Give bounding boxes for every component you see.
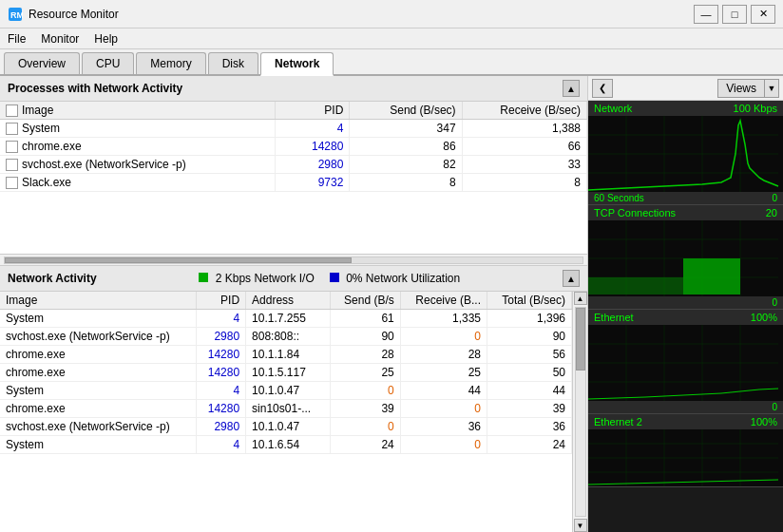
- tcp-chart-svg: [588, 220, 783, 296]
- processes-collapse-btn[interactable]: ▲: [563, 80, 580, 97]
- na-send: 25: [331, 364, 400, 382]
- col-send[interactable]: Send (B/sec): [350, 102, 462, 120]
- process-receive: 66: [462, 138, 586, 156]
- na-address: 10.1.0.47: [246, 418, 331, 436]
- na-send: 28: [331, 346, 400, 364]
- scroll-down-btn[interactable]: ▼: [574, 519, 587, 532]
- h-scroll-thumb[interactable]: [5, 257, 352, 263]
- processes-hscrollbar[interactable]: [0, 254, 587, 265]
- na-total: 44: [487, 382, 572, 400]
- tcp-chart-canvas: [588, 220, 783, 296]
- network-activity-table: Image PID Address Send (B/s Receive (B..…: [0, 292, 572, 454]
- v-scroll-track[interactable]: [575, 307, 586, 517]
- h-scroll-track[interactable]: [4, 256, 583, 264]
- network-activity-collapse-btn[interactable]: ▲: [563, 270, 580, 287]
- na-address: 10.1.1.84: [246, 346, 331, 364]
- na-receive: 36: [400, 418, 487, 436]
- ethernet2-chart-canvas: [588, 429, 783, 486]
- col-receive[interactable]: Receive (B/sec): [462, 102, 586, 120]
- row-checkbox[interactable]: [6, 123, 18, 135]
- na-image: svchost.exe (NetworkService -p): [0, 418, 197, 436]
- tab-network[interactable]: Network: [260, 52, 334, 76]
- na-col-image[interactable]: Image: [0, 292, 197, 310]
- tcp-chart-footer: 0: [588, 296, 783, 309]
- na-pid: 2980: [197, 418, 246, 436]
- tcp-chart-block: TCP Connections 20: [588, 205, 783, 310]
- network-chart-footer-left: 60 Seconds: [594, 193, 644, 203]
- na-pid: 4: [197, 436, 246, 454]
- na-receive: 0: [400, 436, 487, 454]
- na-receive: 0: [400, 328, 487, 346]
- na-send: 0: [331, 418, 400, 436]
- tab-cpu[interactable]: CPU: [82, 52, 134, 74]
- na-total: 56: [487, 346, 572, 364]
- processes-table: Image PID Send (B/sec) Receive (B/sec) S…: [0, 102, 587, 192]
- views-dropdown-btn[interactable]: ▼: [764, 79, 779, 98]
- na-receive: 44: [400, 382, 487, 400]
- tab-memory[interactable]: Memory: [136, 52, 205, 74]
- ethernet2-chart-svg: [588, 429, 783, 486]
- right-panel: ❮ Views ▼ Network 100 Kbps: [588, 76, 783, 532]
- na-total: 50: [487, 364, 572, 382]
- process-receive: 33: [462, 156, 586, 174]
- minimize-button[interactable]: —: [694, 5, 718, 24]
- process-pid: 4: [275, 120, 350, 138]
- col-pid[interactable]: PID: [275, 102, 350, 120]
- process-send: 347: [350, 120, 462, 138]
- na-total: 24: [487, 436, 572, 454]
- list-item: System 4 10.1.6.54 24 0 24: [0, 436, 572, 454]
- na-pid: 14280: [197, 346, 246, 364]
- list-item: chrome.exe 14280 sin10s01-... 39 0 39: [0, 400, 572, 418]
- close-button[interactable]: ✕: [751, 5, 775, 24]
- activity-indicators: 2 Kbps Network I/O 0% Network Utilizatio…: [199, 272, 460, 285]
- network-chart-titlebar: Network 100 Kbps: [588, 101, 783, 116]
- tab-overview[interactable]: Overview: [4, 52, 80, 74]
- na-send: 39: [331, 400, 400, 418]
- tcp-chart-footer-right: 0: [772, 297, 777, 308]
- tcp-chart-title: TCP Connections: [594, 207, 676, 218]
- title-bar-left: RM Resource Monitor: [8, 7, 119, 22]
- tab-disk[interactable]: Disk: [208, 52, 258, 74]
- network-activity-vscrollbar[interactable]: ▲ ▼: [572, 292, 587, 532]
- processes-title: Processes with Network Activity: [8, 82, 182, 95]
- indicator2-label: 0% Network Utilization: [346, 272, 460, 285]
- indicator1-label: 2 Kbps Network I/O: [216, 272, 315, 285]
- scroll-up-btn[interactable]: ▲: [574, 292, 587, 305]
- na-image: chrome.exe: [0, 346, 197, 364]
- processes-table-container[interactable]: Image PID Send (B/sec) Receive (B/sec) S…: [0, 102, 587, 254]
- views-label-btn[interactable]: Views: [717, 79, 764, 98]
- row-checkbox[interactable]: [6, 159, 18, 171]
- network-activity-table-container[interactable]: Image PID Address Send (B/s Receive (B..…: [0, 292, 572, 532]
- v-scroll-thumb[interactable]: [576, 308, 585, 370]
- na-col-total[interactable]: Total (B/sec): [487, 292, 572, 310]
- menu-help[interactable]: Help: [86, 30, 125, 48]
- row-checkbox[interactable]: [6, 141, 18, 153]
- maximize-button[interactable]: □: [722, 5, 747, 24]
- menu-monitor[interactable]: Monitor: [33, 30, 86, 48]
- ethernet-chart-footer: 0: [588, 401, 783, 413]
- na-address: 10.1.0.47: [246, 382, 331, 400]
- na-col-send[interactable]: Send (B/s: [331, 292, 400, 310]
- process-image: Slack.exe: [0, 174, 275, 192]
- process-image: chrome.exe: [0, 138, 275, 156]
- title-bar: RM Resource Monitor — □ ✕: [0, 0, 783, 28]
- ethernet2-chart-title: Ethernet 2: [594, 416, 642, 428]
- menu-file[interactable]: File: [0, 30, 33, 48]
- na-col-receive[interactable]: Receive (B...: [400, 292, 487, 310]
- na-total: 90: [487, 328, 572, 346]
- na-receive: 0: [400, 400, 487, 418]
- col-image[interactable]: Image: [0, 102, 275, 120]
- bottom-table-wrap: Image PID Address Send (B/s Receive (B..…: [0, 292, 587, 532]
- list-item: System 4 10.1.0.47 0 44 44: [0, 382, 572, 400]
- na-receive: 28: [400, 346, 487, 364]
- ethernet-chart-svg: [588, 325, 783, 401]
- select-all-checkbox[interactable]: [6, 104, 18, 117]
- processes-section: Processes with Network Activity ▲ Image: [0, 76, 587, 265]
- process-pid: 2980: [275, 156, 350, 174]
- na-col-pid[interactable]: PID: [197, 292, 246, 310]
- na-col-address[interactable]: Address: [246, 292, 331, 310]
- na-address: 10.1.6.54: [246, 436, 331, 454]
- nav-back-btn[interactable]: ❮: [592, 79, 613, 98]
- row-checkbox[interactable]: [6, 177, 18, 189]
- network-chart-title: Network: [594, 103, 632, 114]
